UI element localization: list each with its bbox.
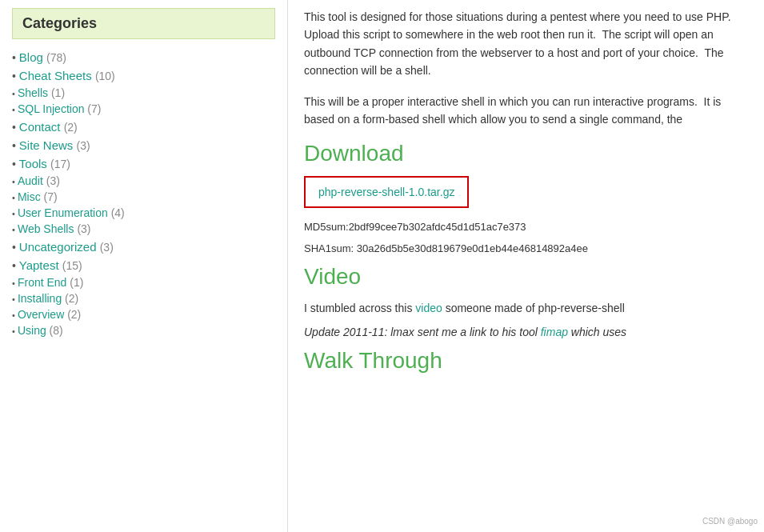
- sidebar-link-contact[interactable]: Contact (2): [19, 120, 78, 134]
- sidebar-item-yaptest: Yaptest (15) Front End (1) Installing (2…: [12, 258, 275, 337]
- watermark: CSDN @abogo: [702, 517, 758, 526]
- sidebar: Categories Blog (78) Cheat Sheets (10) S…: [0, 0, 288, 532]
- main-content: This tool is designed for those situatio…: [288, 0, 764, 532]
- video-link[interactable]: video: [415, 302, 442, 314]
- sidebar-item-audit: Audit (3): [12, 174, 275, 187]
- sidebar-link-frontend[interactable]: Front End (1): [18, 276, 84, 289]
- sidebar-item-installing: Installing (2): [12, 292, 275, 305]
- sidebar-item-sitenews: Site News (3): [12, 138, 275, 152]
- sidebar-link-audit[interactable]: Audit (3): [18, 174, 60, 187]
- category-list: Blog (78) Cheat Sheets (10) Shells (1) S…: [12, 50, 275, 337]
- sidebar-link-web-shells[interactable]: Web Shells (3): [18, 222, 91, 235]
- sidebar-item-cheatsheets: Cheat Sheets (10) Shells (1) SQL Injecti…: [12, 69, 275, 115]
- sidebar-link-user-enumeration[interactable]: User Enumeration (4): [18, 206, 125, 219]
- sidebar-link-installing[interactable]: Installing (2): [18, 292, 78, 305]
- cheatsheets-sub-list: Shells (1) SQL Injection (7): [12, 86, 275, 115]
- sidebar-link-sitenews[interactable]: Site News (3): [19, 138, 90, 152]
- sidebar-item-blog: Blog (78): [12, 50, 275, 64]
- sidebar-item-sql-injection: SQL Injection (7): [12, 102, 275, 115]
- sidebar-item-user-enumeration: User Enumeration (4): [12, 206, 275, 219]
- sidebar-link-uncategorized[interactable]: Uncategorized (3): [19, 240, 114, 254]
- walkthrough-heading: Walk Through: [304, 348, 748, 374]
- sidebar-link-tools[interactable]: Tools (17): [19, 157, 70, 170]
- sidebar-item-web-shells: Web Shells (3): [12, 222, 275, 235]
- sidebar-item-tools: Tools (17) Audit (3) Misc (7): [12, 157, 275, 235]
- sidebar-link-sql-injection[interactable]: SQL Injection (7): [18, 102, 102, 115]
- video-paragraph: I stumbled across this video someone mad…: [304, 299, 748, 317]
- sidebar-link-overview[interactable]: Overview (2): [18, 308, 81, 321]
- sidebar-link-yaptest[interactable]: Yaptest (15): [19, 258, 82, 272]
- sidebar-link-using[interactable]: Using (8): [18, 324, 63, 337]
- download-link-box: php-reverse-shell-1.0.tar.gz: [304, 176, 469, 208]
- intro-paragraph-1: This tool is designed for those situatio…: [304, 8, 748, 80]
- sidebar-item-frontend: Front End (1): [12, 276, 275, 289]
- yaptest-sub-list: Front End (1) Installing (2) Overview (2…: [12, 276, 275, 337]
- sidebar-item-overview: Overview (2): [12, 308, 275, 321]
- intro-paragraph-2: This will be a proper interactive shell …: [304, 93, 748, 129]
- categories-title: Categories: [12, 8, 275, 39]
- update-paragraph: Update 2011-11: lmax sent me a link to h…: [304, 323, 748, 341]
- sidebar-link-shells[interactable]: Shells (1): [18, 86, 65, 99]
- sha1-line: SHA1sum: 30a26d5b5e30d819679e0d1eb44e468…: [304, 241, 748, 258]
- sidebar-item-shells: Shells (1): [12, 86, 275, 99]
- download-link[interactable]: php-reverse-shell-1.0.tar.gz: [318, 186, 454, 198]
- sidebar-link-blog[interactable]: Blog (78): [19, 50, 66, 64]
- video-heading: Video: [304, 264, 748, 290]
- download-heading: Download: [304, 141, 748, 166]
- sidebar-link-misc[interactable]: Misc (7): [18, 190, 58, 203]
- sidebar-item-uncategorized: Uncategorized (3): [12, 240, 275, 254]
- fimap-link[interactable]: fimap: [541, 326, 568, 338]
- sidebar-link-cheatsheets[interactable]: Cheat Sheets (10): [19, 69, 115, 82]
- md5-line: MD5sum:2bdf99cee7b302afdc45d1d51ac7e373: [304, 219, 748, 236]
- sidebar-item-contact: Contact (2): [12, 120, 275, 134]
- tools-sub-list: Audit (3) Misc (7) User Enumeration (4): [12, 174, 275, 235]
- sidebar-item-misc: Misc (7): [12, 190, 275, 203]
- sidebar-item-using: Using (8): [12, 324, 275, 337]
